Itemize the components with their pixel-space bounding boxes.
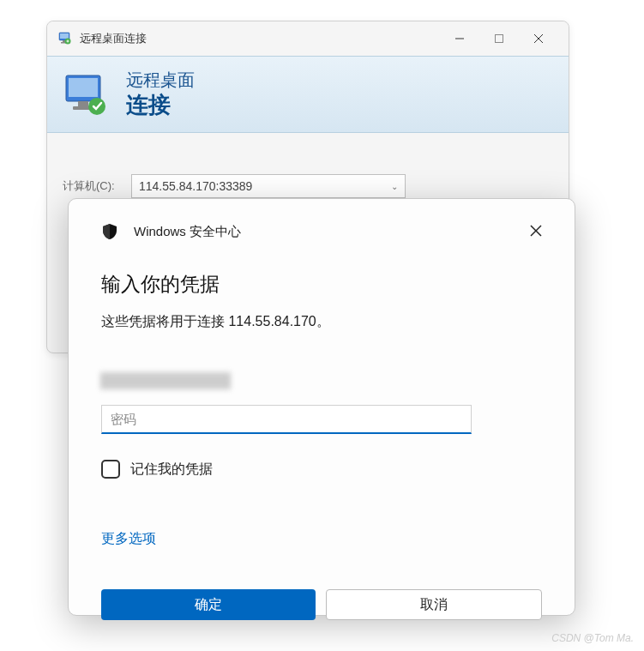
- titlebar: 远程桌面连接: [47, 21, 569, 56]
- svg-rect-10: [69, 78, 98, 97]
- credentials-title: 输入你的凭据: [101, 271, 542, 298]
- chevron-down-icon: ⌄: [391, 182, 398, 191]
- minimize-button[interactable]: [440, 25, 479, 52]
- button-row: 确定 取消: [101, 589, 542, 620]
- credentials-subtitle: 这些凭据将用于连接 114.55.84.170。: [101, 313, 542, 331]
- banner-line2: 连接: [126, 90, 195, 120]
- rdp-banner-icon: [63, 70, 111, 118]
- svg-rect-1: [60, 33, 69, 39]
- computer-value: 114.55.84.170:33389: [139, 179, 252, 193]
- computer-row: 计算机(C): 114.55.84.170:33389 ⌄: [47, 174, 569, 198]
- maximize-button[interactable]: [479, 25, 519, 52]
- banner-line1: 远程桌面: [126, 69, 195, 92]
- security-header: Windows 安全中心: [101, 223, 542, 240]
- remember-checkbox[interactable]: [101, 460, 120, 479]
- ok-button[interactable]: 确定: [101, 589, 316, 620]
- password-input[interactable]: [101, 405, 472, 434]
- rdp-app-icon: [57, 31, 73, 46]
- shield-icon: [101, 223, 118, 240]
- svg-rect-6: [496, 35, 503, 43]
- remember-row: 记住我的凭据: [101, 460, 542, 479]
- watermark: CSDN @Tom Ma.: [551, 632, 634, 644]
- svg-rect-11: [78, 101, 88, 106]
- security-dialog: Windows 安全中心 输入你的凭据 这些凭据将用于连接 114.55.84.…: [68, 198, 575, 616]
- remember-label: 记住我的凭据: [130, 461, 213, 479]
- username-blurred: [101, 372, 230, 389]
- close-icon[interactable]: [525, 220, 547, 242]
- cancel-button[interactable]: 取消: [326, 589, 542, 620]
- security-header-text: Windows 安全中心: [134, 224, 241, 240]
- window-controls: [440, 25, 558, 52]
- close-button[interactable]: [519, 25, 558, 52]
- computer-combobox[interactable]: 114.55.84.170:33389 ⌄: [131, 174, 406, 198]
- banner: 远程桌面 连接: [47, 56, 569, 133]
- banner-text: 远程桌面 连接: [126, 69, 195, 120]
- computer-label: 计算机(C):: [63, 178, 131, 194]
- window-title: 远程桌面连接: [80, 31, 440, 46]
- more-options-link[interactable]: 更多选项: [101, 530, 156, 548]
